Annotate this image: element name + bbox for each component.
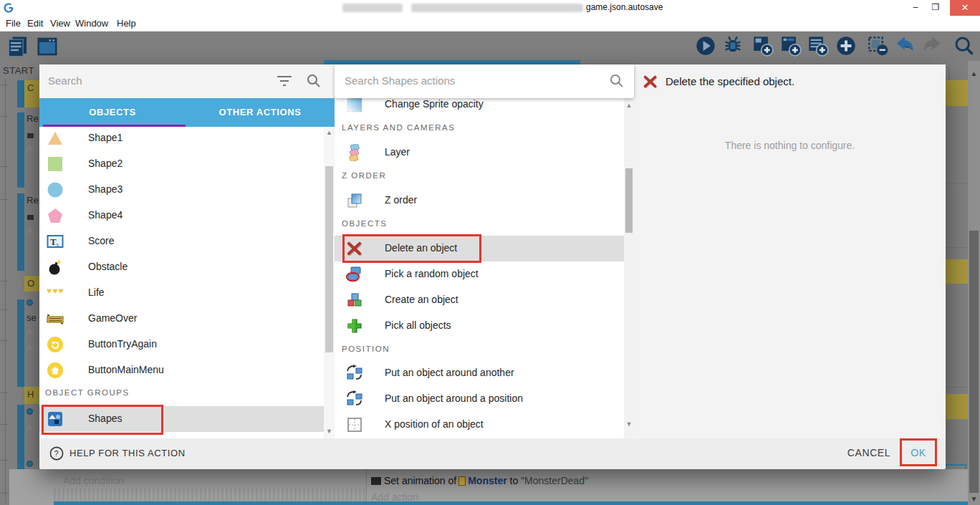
restore-button[interactable]: ❐ — [926, 0, 946, 16]
scroll-down-arrow[interactable]: ▼ — [624, 420, 634, 428]
action-title: Delete the specified object. — [666, 75, 794, 87]
event-bar — [17, 193, 24, 271]
object-item-shape2[interactable]: Shape2 — [39, 151, 324, 177]
annotation-box-ok — [900, 438, 937, 466]
pick-all-icon — [346, 317, 363, 335]
action-item-pick-random[interactable]: Pick a random object — [335, 261, 624, 287]
action-item-pick-all[interactable]: Pick all objects — [335, 313, 624, 339]
text-object-icon: T x — [47, 233, 64, 250]
scrollbar-thumb[interactable] — [969, 231, 979, 493]
scrollbar-thumb[interactable] — [325, 166, 333, 352]
action-item-layer[interactable]: Layer — [335, 140, 624, 165]
scroll-up-arrow[interactable]: ▲ — [324, 129, 335, 136]
debug-icon[interactable] — [722, 35, 744, 57]
tree-tick — [1, 393, 9, 393]
object-item-buttonmainmenu[interactable]: ButtonMainMenu — [39, 357, 324, 383]
help-for-action-link[interactable]: HELP FOR THIS ACTION — [69, 448, 186, 458]
action-item-around-position[interactable]: Put an object around a position — [335, 386, 624, 412]
tab-other-actions[interactable]: OTHER ACTIONS — [186, 98, 335, 127]
condition-header-fragment — [946, 259, 968, 284]
monster-object-icon — [458, 476, 466, 486]
menu-help[interactable]: Help — [117, 18, 136, 29]
condition-header-fragment — [946, 80, 968, 106]
event-divider — [946, 387, 968, 388]
action-item-around-another[interactable]: Put an object around another — [335, 360, 624, 386]
event-text-fragment: A — [27, 226, 33, 236]
scroll-down-arrow[interactable]: ▼ — [968, 495, 980, 503]
preview-play-icon[interactable] — [695, 35, 716, 57]
column-divider — [366, 469, 367, 505]
filter-icon[interactable] — [276, 74, 293, 88]
pick-random-icon — [346, 266, 363, 283]
search-events-icon[interactable] — [953, 35, 975, 57]
event-text-fragment: Re — [27, 113, 39, 124]
choose-event-icon[interactable] — [835, 35, 857, 57]
scrollbar-thumb[interactable] — [625, 168, 633, 233]
circle-icon — [47, 181, 64, 198]
menu-view[interactable]: View — [50, 18, 70, 29]
close-button[interactable]: ✕ — [950, 0, 980, 16]
cancel-button[interactable]: CANCEL — [840, 447, 898, 458]
create-object-icon — [346, 292, 363, 309]
redo-icon[interactable] — [921, 35, 943, 57]
delete-event-icon[interactable] — [868, 35, 889, 57]
behavior-icon — [27, 461, 33, 467]
search-icon[interactable] — [609, 73, 625, 89]
action-item-create-object[interactable]: Create an object — [335, 287, 624, 313]
event-text-fragment: Re — [27, 195, 39, 206]
action-item-zorder[interactable]: Z order — [335, 188, 624, 213]
event-bar — [17, 112, 24, 188]
event-bar — [17, 405, 24, 469]
menu-edit[interactable]: Edit — [27, 18, 43, 29]
left-tabs: OBJECTS OTHER ACTIONS — [39, 98, 335, 127]
object-item-shape1[interactable]: Shape1 — [39, 125, 324, 151]
scroll-down-arrow[interactable]: ▼ — [324, 428, 335, 435]
object-item-buttontryagain[interactable]: ButtonTryAgain — [39, 332, 324, 357]
condition-texture — [54, 489, 366, 501]
action-item-x-position[interactable]: X position of an object — [335, 412, 624, 438]
tree-tick — [1, 166, 9, 167]
objects-list-scrollbar[interactable]: ▲ ▼ — [324, 127, 335, 438]
add-condition-button[interactable]: Add condition — [63, 475, 124, 486]
object-item-gameover[interactable]: GameOver — [39, 306, 324, 332]
object-item-shape4[interactable]: Shape4 — [39, 203, 324, 229]
scene-editor-icon[interactable] — [36, 35, 59, 58]
action-set-animation[interactable]: Set animation ofMonster to "MonsterDead" — [371, 475, 588, 486]
scroll-up-arrow[interactable]: ▲ — [624, 102, 634, 109]
tree-tick — [1, 281, 9, 282]
minimize-button[interactable]: – — [905, 0, 926, 16]
delete-object-icon — [643, 74, 658, 90]
actions-search-input[interactable]: Search Shapes actions — [345, 74, 455, 87]
dialog-footer: ? HELP FOR THIS ACTION CANCEL OK — [39, 438, 946, 469]
project-manager-icon[interactable] — [7, 35, 30, 58]
object-item-score[interactable]: T x Score — [39, 229, 324, 254]
event-text-fragment: A — [27, 342, 33, 353]
undo-icon[interactable] — [894, 35, 916, 57]
object-item-shape3[interactable]: Shape3 — [39, 177, 324, 203]
add-comment-icon[interactable] — [807, 35, 829, 57]
animation-icon — [371, 477, 381, 485]
event-sheet-scrollbar[interactable]: ▲ ▼ — [968, 61, 980, 505]
tree-tick — [1, 85, 9, 85]
add-event-icon[interactable] — [752, 35, 774, 57]
search-icon[interactable] — [306, 73, 322, 89]
add-subevent-icon[interactable] — [780, 35, 802, 57]
actions-list-scrollbar[interactable]: ▲ ▼ — [624, 98, 634, 438]
object-item-obstacle[interactable]: Obstacle — [39, 254, 324, 280]
bomb-icon — [47, 259, 64, 276]
scroll-up-arrow[interactable]: ▲ — [968, 69, 980, 77]
condition-header-fragment: C — [24, 80, 39, 107]
annotation-box-shapes — [42, 405, 163, 435]
menu-file[interactable]: File — [6, 18, 21, 29]
section-header-layers: LAYERS AND CAMERAS — [342, 123, 455, 132]
menu-bar: File Edit View Window Help — [0, 16, 980, 32]
action-config-panel: Delete the specified object. There is no… — [634, 64, 946, 438]
object-item-life[interactable]: ♥♥♥ Life — [39, 280, 324, 306]
retry-button-icon — [47, 336, 64, 353]
section-header-zorder: Z ORDER — [342, 171, 386, 180]
objects-search-input[interactable]: Search — [48, 74, 82, 87]
tab-objects[interactable]: OBJECTS — [39, 98, 186, 127]
menu-window[interactable]: Window — [75, 18, 108, 29]
tab-start-page[interactable]: START — [3, 65, 34, 76]
help-icon[interactable]: ? — [49, 446, 64, 461]
